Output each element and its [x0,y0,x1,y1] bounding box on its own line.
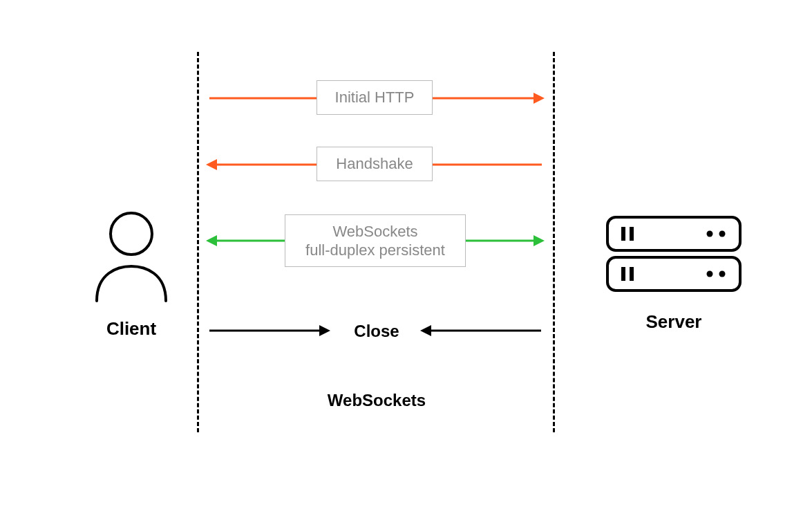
server-label: Server [598,311,750,333]
step-label-close: Close [346,322,408,341]
step-box-websockets-line1: WebSockets [332,223,417,240]
svg-rect-7 [621,267,625,281]
svg-rect-2 [621,227,625,241]
arrow-initial-http-left-segment [209,90,317,107]
svg-marker-13 [534,93,545,104]
step-box-websockets-line2: full-duplex persistent [305,241,445,259]
person-icon [83,208,180,304]
svg-marker-23 [420,325,431,336]
websocket-sequence-diagram: Client Server Init [0,0,812,507]
arrow-handshake-right-segment [433,156,542,173]
svg-point-9 [707,271,713,277]
arrow-close-from-client [209,322,330,339]
svg-point-5 [719,231,726,237]
svg-marker-20 [534,235,545,246]
diagram-title: WebSockets [318,391,435,410]
svg-marker-22 [319,325,330,336]
arrow-initial-http-right-segment [433,90,545,107]
server-rack-icon [598,214,750,297]
step-box-initial-http: Initial HTTP [317,80,433,115]
arrow-handshake-left-segment [206,156,317,173]
svg-marker-17 [206,235,217,246]
arrow-websocket-right-segment [466,232,545,249]
step-box-websockets: WebSockets full-duplex persistent [285,214,466,267]
svg-point-4 [707,231,713,237]
svg-rect-3 [630,227,634,241]
client-lifeline [197,52,199,432]
step-box-handshake: Handshake [317,147,433,181]
client-endpoint: Client [83,208,180,340]
arrow-websocket-left-segment [206,232,285,249]
svg-rect-8 [630,267,634,281]
svg-point-10 [719,271,726,277]
arrow-close-from-server [420,322,541,339]
server-endpoint: Server [598,214,750,333]
svg-point-0 [111,213,152,255]
svg-marker-14 [206,159,217,170]
server-lifeline [553,52,555,432]
client-label: Client [83,318,180,340]
